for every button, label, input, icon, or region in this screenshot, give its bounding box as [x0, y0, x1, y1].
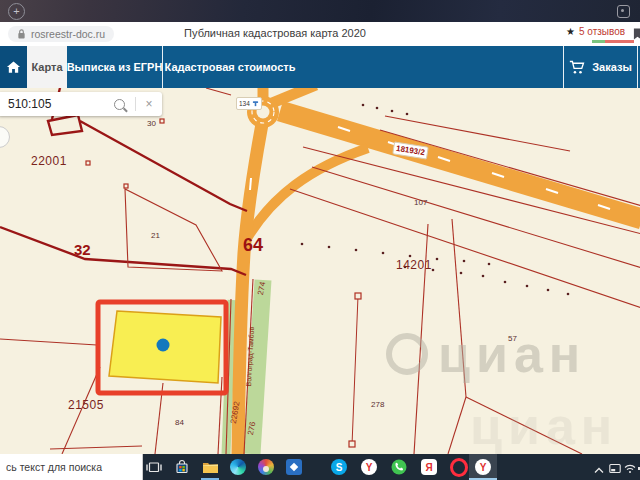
quarter-boundaries: [0, 88, 247, 275]
clear-search-icon[interactable]: ×: [136, 97, 162, 111]
url-text: rosreestr-doc.ru: [31, 28, 105, 40]
quarter-label-32: 32: [74, 241, 91, 258]
tab-egrn-extract[interactable]: Выписка из ЕГРН: [67, 46, 162, 88]
search-input[interactable]: 510:105: [0, 97, 114, 111]
bookmark-icon[interactable]: [633, 28, 640, 40]
cart-icon: [569, 60, 586, 75]
roundabout-number: 134: [239, 100, 250, 107]
yandex-search-button[interactable]: Я: [420, 458, 438, 476]
map-search-box[interactable]: 510:105 ×: [0, 92, 162, 116]
cadastral-map[interactable]: циан циан 30 22001 21 32 64 107 14201 57…: [0, 88, 640, 454]
address-bar: rosreestr-doc.ru Публичная кадастровая к…: [0, 22, 640, 47]
lock-icon: [17, 28, 26, 40]
home-button[interactable]: [0, 46, 27, 88]
parcel-label-107: 107: [414, 198, 427, 207]
screen: + rosreestr-doc.ru Публичная кадастровая…: [0, 0, 640, 480]
microsoft-store-button[interactable]: [173, 458, 191, 476]
tray-display-button[interactable]: [609, 460, 621, 478]
tray-chevron-button[interactable]: [594, 460, 604, 478]
chevron-up-icon: [594, 467, 604, 474]
wifi-icon: [624, 463, 636, 474]
search-icon[interactable]: [114, 99, 125, 110]
windows-taskbar: сь текст для поиска: [0, 454, 640, 480]
whatsapp-icon: [391, 459, 407, 475]
yandex-browser-icon: Y: [361, 459, 377, 475]
pinned-app-button[interactable]: [285, 458, 303, 476]
page-title: Публичная кадастровая карта 2020: [175, 27, 375, 39]
task-view-button[interactable]: [145, 458, 163, 476]
parcel-label-84: 84: [175, 418, 184, 427]
yandex-icon: Я: [421, 459, 437, 475]
parcel-point-marker: [157, 339, 170, 352]
tray-wifi-button[interactable]: [624, 460, 636, 478]
taskbar-search-input[interactable]: сь текст для поиска: [0, 454, 143, 480]
extension-icon[interactable]: [617, 5, 630, 18]
star-icon: ★: [566, 26, 575, 37]
watermark-cian: циан: [386, 328, 586, 380]
paint-palette-icon: [258, 459, 274, 475]
tab-cadastral-value[interactable]: Кадастровая стоимость: [163, 46, 297, 88]
cian-logo-icon: [386, 333, 428, 375]
skype-icon: S: [331, 459, 347, 475]
reviews-widget[interactable]: ★ 5 отзывов: [566, 26, 625, 37]
parcel-label-21: 21: [151, 231, 160, 240]
roundabout-badge: 134: [236, 97, 262, 110]
parcel-label-57: 57: [508, 334, 517, 343]
opera-button[interactable]: [450, 458, 468, 476]
site-navbar: Карта Выписка из ЕГРН Кадастровая стоимо…: [0, 46, 640, 88]
yandex-browser-active-window[interactable]: Y: [469, 454, 497, 480]
nav-separator: [637, 46, 638, 88]
blue-app-icon: [286, 459, 302, 475]
store-icon: [174, 459, 190, 475]
home-icon: [6, 60, 21, 74]
file-explorer-icon: [202, 460, 219, 475]
task-view-icon: [146, 459, 162, 475]
yandex-browser-button[interactable]: Y: [360, 458, 378, 476]
paint-button[interactable]: [257, 458, 275, 476]
road-parcel-number: 18193/2: [395, 144, 425, 157]
orders-button[interactable]: Заказы: [564, 46, 637, 88]
quarter-label-21505: 21505: [68, 398, 104, 412]
url-field[interactable]: rosreestr-doc.ru: [8, 26, 114, 42]
parcel-label-30: 30: [147, 119, 156, 128]
file-explorer-button[interactable]: [201, 458, 219, 476]
quarter-label-22001: 22001: [31, 154, 67, 168]
quarter-label-14201: 14201: [396, 258, 432, 272]
yandex-browser-icon: Y: [475, 459, 491, 475]
parcel-label-278: 278: [371, 400, 384, 409]
opera-icon: [450, 458, 468, 477]
orders-label: Заказы: [592, 61, 632, 73]
transport-icon: [252, 100, 259, 107]
skype-button[interactable]: S: [330, 458, 348, 476]
watermark-text: циан: [470, 400, 618, 452]
reviews-count: 5 отзывов: [579, 26, 625, 37]
tab-map[interactable]: Карта: [27, 46, 67, 88]
quarter-label-64: 64: [243, 235, 263, 256]
display-icon: [609, 463, 621, 474]
reviews-rating-bar: [592, 40, 634, 43]
new-tab-button[interactable]: +: [8, 3, 25, 20]
browser-titlebar: +: [0, 0, 640, 22]
watermark-cian-2: циан: [470, 400, 618, 452]
edge-icon: [230, 459, 246, 475]
edge-button[interactable]: [229, 458, 247, 476]
whatsapp-button[interactable]: [390, 458, 408, 476]
